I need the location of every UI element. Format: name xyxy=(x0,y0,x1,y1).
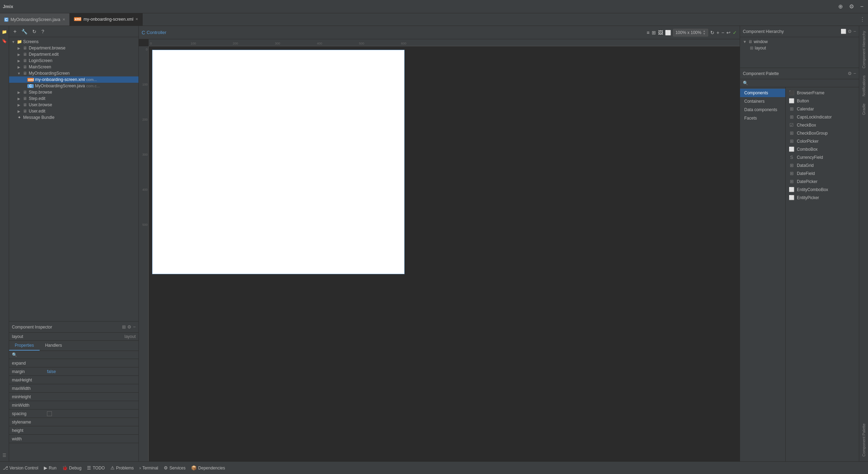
zoom-down-btn[interactable]: ▼ xyxy=(703,33,706,35)
canvas-area[interactable] xyxy=(149,46,740,461)
bookmarks-strip-icon[interactable]: 🔖 xyxy=(2,36,7,46)
tree-item-dept-edit[interactable]: ▶ 🖥 Department.edit xyxy=(9,51,138,57)
palette-item-checkboxgroup[interactable]: ⊞ CheckBoxGroup xyxy=(786,129,859,137)
hierarchy-settings-btn[interactable]: ⚙ xyxy=(848,29,852,34)
properties-list: expand margin false maxHeight maxWidth xyxy=(9,359,138,461)
hierarchy-close-btn[interactable]: − xyxy=(853,29,856,34)
palette-item-datefield[interactable]: ⊞ DateField xyxy=(786,169,859,177)
inspector-search-input[interactable] xyxy=(19,352,136,357)
apply-btn[interactable]: ✓ xyxy=(733,30,737,35)
help-button[interactable]: ? xyxy=(40,28,46,35)
zoom-out-btn[interactable]: − xyxy=(721,30,724,35)
notifications-strip-label[interactable]: Notifications xyxy=(861,72,867,100)
palette-item-entitycombobox[interactable]: ⬜ EntityComboBox xyxy=(786,185,859,194)
tree-item-dept-browse[interactable]: ▶ 🖥 Department.browse xyxy=(9,45,138,51)
palette-cat-data[interactable]: Data components xyxy=(740,106,785,114)
status-services[interactable]: ⚙ Services xyxy=(164,465,185,470)
prop-spacing-checkbox-value[interactable] xyxy=(47,411,52,416)
xml-file-label: my-onboarding-screen.xml xyxy=(35,77,85,82)
view-image-btn[interactable]: 🖼 xyxy=(658,30,663,35)
status-debug[interactable]: 🐞 Debug xyxy=(62,465,81,470)
hier-item-window[interactable]: ▼ 🖥 window xyxy=(743,39,856,45)
tree-item-user-edit[interactable]: ▶ 🖥 User.edit xyxy=(9,108,138,114)
refresh-canvas-btn[interactable]: ↻ xyxy=(710,30,714,35)
status-run[interactable]: ▶ Run xyxy=(44,465,56,470)
design-canvas-wrapper: 0 100 200 300 400 500 600 0 100 200 300 … xyxy=(139,39,740,461)
component-palette-strip-label[interactable]: Component Palette xyxy=(861,420,867,460)
tree-item-login[interactable]: ▶ 🖥 LoginScreen xyxy=(9,57,138,64)
tree-item-xml[interactable]: xml my-onboarding-screen.xml com... xyxy=(9,76,138,83)
wrench-button[interactable]: 🔧 xyxy=(20,28,29,35)
controller-badge[interactable]: C Controller xyxy=(142,30,166,35)
palette-cat-facets[interactable]: Facets xyxy=(740,114,785,122)
xml-tab-close[interactable]: ✕ xyxy=(135,17,138,21)
tree-item-myonboarding[interactable]: ▼ 🖥 MyOnboardingScreen xyxy=(9,70,138,76)
tree-item-step-browse[interactable]: ▶ 🖥 Step.browse xyxy=(9,89,138,95)
palette-settings-btn[interactable]: ⚙ xyxy=(848,71,852,76)
structure-strip-icon[interactable]: ☰ xyxy=(2,451,6,460)
java-tab-close[interactable]: ✕ xyxy=(62,18,65,21)
java-file-label: MyOnboardingScreen.java xyxy=(35,83,85,88)
tab-handlers[interactable]: Handlers xyxy=(40,341,68,351)
palette-item-colorpicker[interactable]: ⊞ ColorPicker xyxy=(786,137,859,145)
component-hierarchy-strip-label[interactable]: Component Hierarchy xyxy=(861,27,867,72)
tree-item-step-edit[interactable]: ▶ 🖥 Step.edit xyxy=(9,95,138,102)
refresh-button[interactable]: ↻ xyxy=(31,28,38,35)
palette-categories-list: Components Containers Data components Fa… xyxy=(740,87,786,461)
tree-item-main[interactable]: ▶ 🖥 MainScreen xyxy=(9,64,138,70)
hierarchy-expand-btn[interactable]: ⬜ xyxy=(841,29,846,34)
tree-item-screens[interactable]: ▼ 📁 Screens xyxy=(9,39,138,45)
palette-search-icon: 🔍 xyxy=(743,81,748,86)
status-todo[interactable]: ☰ TODO xyxy=(87,465,104,470)
palette-cat-components[interactable]: Components xyxy=(740,89,785,97)
palette-item-calendar[interactable]: ⊞ Calendar xyxy=(786,105,859,113)
palette-item-currencyfield[interactable]: S CurrencyField xyxy=(786,153,859,161)
inspector-title: Component Inspector xyxy=(12,325,52,330)
screens-label: Screens xyxy=(23,39,39,44)
palette-item-checkbox[interactable]: ☑ CheckBox xyxy=(786,121,859,129)
inspector-layout-btn[interactable]: ⊞ xyxy=(122,324,126,330)
status-dependencies[interactable]: 📦 Dependencies xyxy=(191,465,225,470)
inspector-settings-btn[interactable]: ⚙ xyxy=(127,324,131,330)
view-list-btn[interactable]: ≡ xyxy=(646,30,649,35)
view-grid-btn[interactable]: ⊞ xyxy=(652,30,656,35)
colorpicker-icon: ⊞ xyxy=(788,138,795,144)
gradle-strip-label[interactable]: Gradle xyxy=(861,100,867,118)
palette-item-capslock[interactable]: ⊞ CapsLockIndicator xyxy=(786,113,859,121)
project-toolbar: + 🔧 ↻ ? xyxy=(9,26,138,37)
palette-cat-containers[interactable]: Containers xyxy=(740,97,785,106)
hier-item-layout[interactable]: ⊞ layout xyxy=(743,45,856,51)
globe-button[interactable]: ⊕ xyxy=(836,2,845,11)
status-version-control[interactable]: ⎇ Version Control xyxy=(3,465,38,470)
undo-btn[interactable]: ↩ xyxy=(726,30,731,35)
left-panel: + 🔧 ↻ ? ▼ 📁 Screens ▶ 🖥 Department.brows… xyxy=(9,26,139,461)
palette-item-entitypicker[interactable]: ⬜ EntityPicker xyxy=(786,194,859,202)
tree-item-message-bundle[interactable]: ✦ Message Bundle xyxy=(9,114,138,121)
minimize-button[interactable]: − xyxy=(859,3,865,11)
tab-java[interactable]: C MyOnboardingScreen.java ✕ xyxy=(0,13,70,26)
screens-arrow: ▼ xyxy=(11,40,16,44)
tabs-overflow-menu[interactable]: ⋮ xyxy=(857,16,868,23)
zoom-in-btn[interactable]: + xyxy=(717,30,719,35)
tree-item-user-browse[interactable]: ▶ 🖥 User.browse xyxy=(9,102,138,108)
project-strip-icon[interactable]: 📁 xyxy=(2,27,7,36)
view-panel-btn[interactable]: ⬜ xyxy=(665,30,671,35)
palette-item-datagrid[interactable]: ⊞ DataGrid xyxy=(786,161,859,169)
palette-item-button[interactable]: ⬜ Button xyxy=(786,97,859,105)
tree-item-java[interactable]: C MyOnboardingScreen.java com.c... xyxy=(9,83,138,89)
hierarchy-header: Component Hierarchy ⬜ ⚙ − xyxy=(740,26,859,37)
add-button[interactable]: + xyxy=(12,28,18,35)
settings-button[interactable]: ⚙ xyxy=(847,2,856,11)
status-problems[interactable]: ⚠ Problems xyxy=(110,465,134,470)
palette-item-combobox[interactable]: ⬜ ComboBox xyxy=(786,145,859,153)
palette-search-input[interactable] xyxy=(750,81,856,86)
prop-maxheight-name: maxHeight xyxy=(12,378,47,382)
tab-properties[interactable]: Properties xyxy=(9,341,40,351)
inspector-close-btn[interactable]: − xyxy=(133,324,136,330)
palette-item-datepicker[interactable]: ⊞ DatePicker xyxy=(786,177,859,185)
palette-item-browserframe[interactable]: ⬛ BrowserFrame xyxy=(786,89,859,97)
status-terminal[interactable]: › Terminal xyxy=(140,465,158,470)
dept-edit-arrow: ▶ xyxy=(16,53,22,56)
tab-xml[interactable]: xml my-onboarding-screen.xml ✕ xyxy=(70,13,143,26)
palette-close-btn[interactable]: − xyxy=(853,71,856,76)
